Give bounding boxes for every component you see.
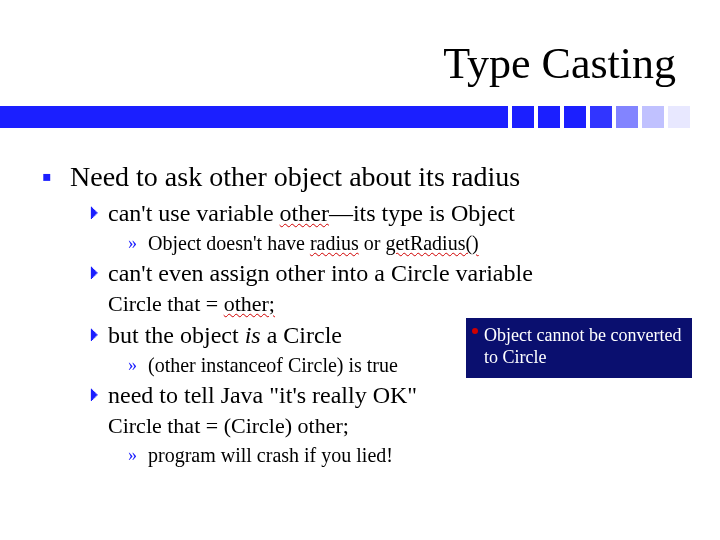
square-bullet-icon: ▪: [42, 160, 70, 194]
code-line: Circle that = (Circle) other;: [108, 412, 682, 440]
bullet-level2: 🞂 can't even assign other into a Circle …: [86, 258, 682, 288]
text-fragment: or: [359, 232, 386, 254]
bullet-text: need to tell Java "it's really OK": [108, 380, 417, 410]
slide-title: Type Casting: [443, 38, 676, 89]
error-underline: other: [280, 200, 329, 226]
stripe-segment: [616, 106, 638, 128]
error-underline: radius: [310, 232, 359, 254]
error-underline: getRadius(): [385, 232, 478, 254]
code-line: Circle that = other;: [108, 290, 682, 318]
raquo-bullet-icon: »: [128, 442, 148, 468]
stripe-segment: [642, 106, 664, 128]
text-fragment: Circle that =: [108, 291, 224, 316]
text-fragment: Object doesn't have: [148, 232, 310, 254]
error-underline: other;: [224, 291, 275, 316]
stripe-segment: [564, 106, 586, 128]
italic-text: is: [245, 322, 261, 348]
bullet-text: can't use variable other—its type is Obj…: [108, 198, 515, 228]
stripe-segment: [668, 106, 690, 128]
raquo-bullet-icon: »: [128, 352, 148, 378]
stripe-solid: [0, 106, 508, 128]
bullet-text: can't even assign other into a Circle va…: [108, 258, 533, 288]
diamond-bullet-icon: 🞂: [86, 320, 108, 350]
diamond-bullet-icon: 🞂: [86, 258, 108, 288]
bullet-level3: » Object doesn't have radius or getRadiu…: [128, 230, 682, 256]
tooltip-text: Object cannot be converted to Circle: [484, 325, 681, 367]
bullet-text: Need to ask other object about its radiu…: [70, 160, 520, 194]
accent-stripe: [0, 106, 720, 128]
bullet-level1: ▪ Need to ask other object about its rad…: [42, 160, 682, 194]
stripe-segment: [538, 106, 560, 128]
bullet-level2: 🞂 can't use variable other—its type is O…: [86, 198, 682, 228]
slide-body: ▪ Need to ask other object about its rad…: [42, 160, 682, 470]
bullet-text: program will crash if you lied!: [148, 442, 393, 468]
stripe-segment: [590, 106, 612, 128]
bullet-text: (other instanceof Circle) is true: [148, 352, 398, 378]
text-fragment: can't use variable: [108, 200, 280, 226]
slide: Type Casting ▪ Need to ask other object …: [0, 0, 720, 540]
text-fragment: a Circle: [261, 322, 342, 348]
bullet-text: Object doesn't have radius or getRadius(…: [148, 230, 479, 256]
stripe-segment: [512, 106, 534, 128]
text-fragment: —its type is Object: [329, 200, 515, 226]
bullet-level2: 🞂 need to tell Java "it's really OK": [86, 380, 682, 410]
diamond-bullet-icon: 🞂: [86, 198, 108, 228]
text-fragment: but the object: [108, 322, 245, 348]
diamond-bullet-icon: 🞂: [86, 380, 108, 410]
bullet-level3: » program will crash if you lied!: [128, 442, 682, 468]
bullet-text: but the object is a Circle: [108, 320, 342, 350]
raquo-bullet-icon: »: [128, 230, 148, 256]
error-tooltip: Object cannot be converted to Circle: [466, 318, 692, 378]
